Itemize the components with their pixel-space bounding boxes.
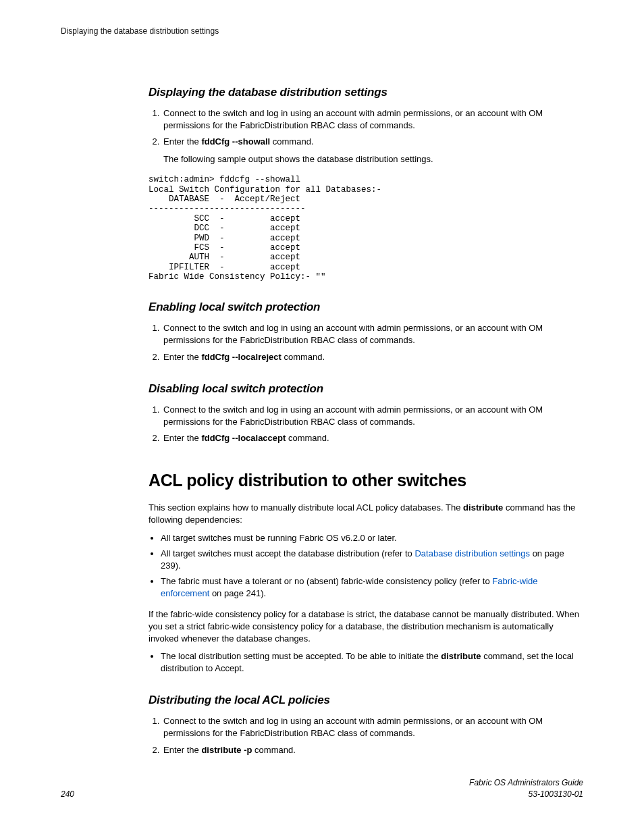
dependency-list: All target switches must be running Fabr… [149,532,583,600]
dependency-list-2: The local distribution setting must be a… [149,650,583,675]
step-2: Enter the fddCfg --localaccept command. [162,432,583,444]
text: The fabric must have a tolerant or no (a… [161,576,492,586]
list-item: The fabric must have a tolerant or no (a… [161,575,583,600]
step-text: command. [286,433,329,443]
step-1: Connect to the switch and log in using a… [162,107,583,132]
book-title: Fabric OS Administrators Guide [469,777,583,789]
command: distribute -p [201,745,252,755]
steps-distribute-local-acl: Connect to the switch and log in using a… [149,715,583,756]
list-item: All target switches must accept the data… [161,548,583,572]
step-1: Connect to the switch and log in using a… [162,715,583,739]
step-2: Enter the fddCfg --localreject command. [162,351,583,363]
step-1: Connect to the switch and log in using a… [162,322,583,346]
command: fddCfg --localreject [201,352,281,362]
main-content: Displaying the database distribution set… [149,84,583,756]
text: This section explains how to manually di… [149,502,463,513]
command: distribute [463,502,503,513]
heading-disable-local-switch: Disabling local switch protection [149,381,583,397]
step-1: Connect to the switch and log in using a… [162,404,583,428]
para-strict-policy: If the fabric-wide consistency policy fo… [149,608,583,646]
code-block: switch:admin> fddcfg --showall Local Swi… [149,175,583,282]
heading-acl-policy-dist: ACL policy distribution to other switche… [149,469,583,492]
step-text: Enter the [163,433,201,443]
steps-enable-local-switch: Connect to the switch and log in using a… [149,322,583,363]
text: The local distribution setting must be a… [161,651,441,661]
command: fddCfg --showall [201,136,270,147]
step-text: Enter the [163,745,201,755]
step-note: The following sample output shows the da… [163,153,583,165]
heading-enable-local-switch: Enabling local switch protection [149,299,583,315]
text: on page 241). [209,588,266,598]
step-text: command. [270,136,313,147]
step-text: Enter the [163,136,201,147]
doc-number: 53-1003130-01 [469,789,583,800]
running-header: Displaying the database distribution set… [61,26,583,37]
page-footer: 240 Fabric OS Administrators Guide 53-10… [61,777,583,800]
steps-disable-local-switch: Connect to the switch and log in using a… [149,404,583,445]
list-item: All target switches must be running Fabr… [161,532,583,544]
heading-display-db-dist: Displaying the database distribution set… [149,84,583,101]
step-text: command. [281,352,325,362]
intro-para: This section explains how to manually di… [149,502,583,526]
step-text: command. [252,745,295,755]
command: distribute [441,651,481,661]
step-2: Enter the distribute -p command. [162,744,583,756]
step-2: Enter the fddCfg --showall command. The … [162,136,583,165]
list-item: The local distribution setting must be a… [161,650,583,675]
steps-display-db-dist: Connect to the switch and log in using a… [149,107,583,166]
text: All target switches must accept the data… [161,548,414,558]
heading-distribute-local-acl: Distributing the local ACL policies [149,692,583,708]
page-number: 240 [61,789,74,800]
step-text: Enter the [163,352,201,362]
command: fddCfg --localaccept [201,433,286,443]
link-db-dist-settings[interactable]: Database distribution settings [414,548,530,558]
